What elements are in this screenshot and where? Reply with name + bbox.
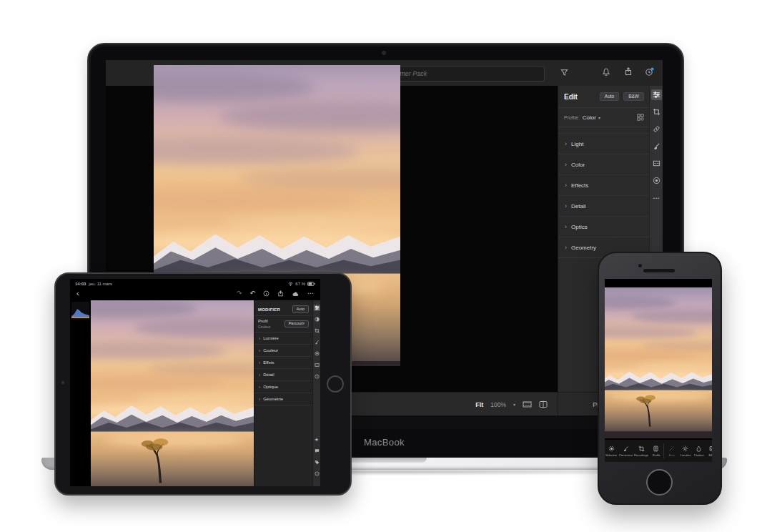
fit-label[interactable]: Fit [475,401,483,408]
radial-gradient-icon[interactable] [314,350,320,357]
linear-gradient-icon[interactable] [314,362,320,368]
keyword-tag-icon[interactable] [314,459,320,466]
crop-icon[interactable] [314,327,320,334]
profiles-icon[interactable] [314,316,320,322]
profile-row[interactable]: Profil Couleur Parcourir [254,315,312,332]
ipad-camera-dot [61,381,64,384]
panel-section-color[interactable]: › Color [558,154,650,174]
panel-section-light[interactable]: › Light [558,133,650,154]
comment-icon[interactable] [314,448,320,454]
panel-section-optique[interactable]: › Optique [254,380,312,393]
share-icon[interactable] [277,290,284,297]
panel-section-couleur[interactable]: › Couleur [254,344,312,356]
panel-section-geometrie[interactable]: › Géométrie [254,393,312,405]
panel-section-detail[interactable]: › Détail [254,368,312,380]
tool-selective[interactable]: Sélective [605,440,618,462]
sync-status-icon[interactable] [645,67,654,77]
zoom-level[interactable]: 100% [490,401,506,408]
tool-correcteur[interactable]: Correcteur [618,440,633,462]
auto-button[interactable]: Auto [292,305,309,313]
bell-icon[interactable] [602,67,610,76]
iphone-camera-dot [638,264,642,267]
chevron-right-icon: › [259,348,260,353]
auto-button[interactable]: Auto [600,92,619,102]
panel-section-optics[interactable]: › Optics [558,216,650,237]
selective-edit-icon [608,445,615,452]
iphone-screen: Sélective Correcteur Recadrage Profils A… [605,279,712,462]
panel-section-lumiere[interactable]: › Lumière [254,332,312,344]
chevron-right-icon: › [259,385,260,390]
back-button[interactable]: ‹ [76,290,79,297]
ipad-screen: 14:03 jeu. 11 mars 67 % ‹ ↷ ↶ [70,279,320,486]
crop-icon[interactable] [651,107,662,117]
histogram-thumbnail[interactable] [71,302,89,320]
macbook-lid-notch [341,458,427,463]
profile-row[interactable]: Profile: Color ▾ [558,108,650,127]
crop-icon [638,445,645,452]
brush-icon[interactable] [651,141,662,152]
ipad-tool-rail: ★ [312,300,320,486]
brush-icon[interactable] [314,339,320,345]
ipad-toolbar: ‹ ↷ ↶ ⋯ [70,287,320,300]
panel-section-effects[interactable]: › Effects [558,174,650,195]
edit-panel-title: MODIFIER [258,307,280,312]
landscape-photo [605,287,712,438]
iphone-edit-toolbar: Sélective Correcteur Recadrage Profils A… [605,440,712,462]
tool-lumiere[interactable]: Lumière [678,440,692,462]
toolbar-divider [663,443,664,458]
panel-section-detail[interactable]: › Detail [558,195,650,216]
sunset-photo-art [91,300,254,486]
tool-recadrage[interactable]: Recadrage [633,440,649,462]
more-icon[interactable]: ••• [651,192,662,203]
tool-profils[interactable]: Profils [649,440,663,462]
light-sun-icon [682,445,688,452]
history-clock-icon[interactable] [314,373,320,380]
info-icon[interactable] [314,471,320,477]
profile-label: Profil [258,319,271,325]
share-icon[interactable] [624,67,633,76]
redo-icon[interactable]: ↷ [237,290,242,297]
more-icon[interactable]: ⋯ [307,290,314,297]
compare-view-icon[interactable] [539,400,548,408]
battery-percent: 67 % [295,282,305,286]
panel-section-effets[interactable]: › Effets [254,356,312,368]
iphone-speaker [643,269,675,272]
adjust-sliders-icon[interactable] [314,305,320,311]
iphone-home-button[interactable] [646,469,673,496]
info-icon[interactable] [263,290,269,297]
filmstrip-icon[interactable] [523,400,532,408]
healing-brush-icon[interactable] [651,124,662,134]
tool-effets[interactable]: Effets [706,440,712,462]
status-time: 14:03 [75,282,86,286]
chevron-right-icon: › [565,203,567,210]
auto-wand-icon [668,445,675,452]
filter-icon[interactable] [560,69,568,77]
marketing-composite: Edit Auto B&W Profile: Color ▾ › Light [0,0,772,532]
filmstrip-column [70,300,91,486]
cloud-sync-icon[interactable] [292,291,300,297]
ipad-home-button[interactable] [327,375,344,393]
battery-icon [307,282,315,286]
adjust-sliders-icon[interactable] [651,89,662,100]
ipad-edit-panel: MODIFIER Auto Profil Couleur Parcourir ›… [254,300,312,486]
healing-brush-icon [623,445,629,452]
chevron-right-icon: › [259,336,260,341]
chevron-right-icon: › [565,245,567,251]
chevron-right-icon: › [259,373,260,378]
macbook-camera-dot [382,51,386,55]
profile-browse-grid-icon[interactable] [637,114,644,121]
tool-couleur[interactable]: Couleur [692,440,706,462]
browse-button[interactable]: Parcourir [284,320,309,328]
landscape-photo [91,300,254,486]
status-date: jeu. 11 mars [89,282,112,286]
linear-gradient-icon[interactable] [651,158,662,169]
chevron-right-icon: › [259,360,260,365]
bw-button[interactable]: B&W [623,92,644,102]
edit-panel-title: Edit [564,93,578,101]
undo-icon[interactable]: ↶ [249,290,255,297]
profile-label: Profile: [564,115,580,120]
radial-gradient-icon[interactable] [651,175,662,186]
star-rating-icon[interactable]: ★ [314,436,320,443]
ipad-status-bar: 14:03 jeu. 11 mars 67 % [70,279,320,287]
tool-auto[interactable]: Auto [665,440,678,462]
